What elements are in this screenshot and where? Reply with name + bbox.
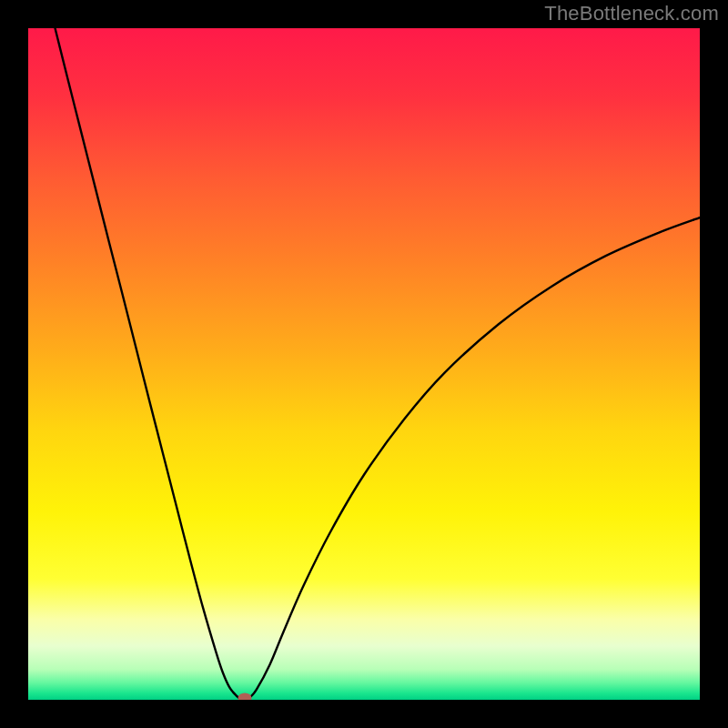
optimal-point-marker — [238, 693, 252, 701]
plot-area — [28, 28, 700, 700]
svg-rect-0 — [28, 28, 700, 700]
gradient-background — [28, 28, 700, 700]
chart-frame: TheBottleneck.com — [0, 0, 728, 728]
watermark-text: TheBottleneck.com — [544, 2, 719, 25]
